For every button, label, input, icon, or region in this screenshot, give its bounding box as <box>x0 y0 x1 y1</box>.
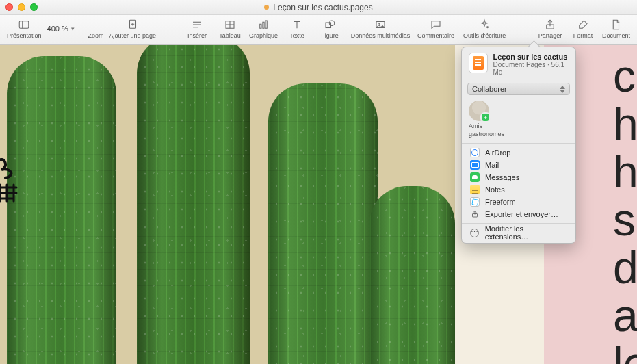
next-page-text-fragment: c h h s d a le <box>613 52 637 364</box>
share-popover: Leçon sur les cactus Document Pages · 56… <box>461 47 576 244</box>
comment-label: Commentaire <box>417 32 454 39</box>
view-button[interactable]: Présentation <box>4 18 44 39</box>
writing-tools-button[interactable]: Outils d'écriture <box>457 18 512 39</box>
insert-icon <box>191 18 203 31</box>
shape-icon <box>324 18 336 31</box>
media-label: Données multimédias <box>351 32 411 39</box>
add-page-label: Ajouter une page <box>109 32 157 39</box>
chevron-down-icon: ▾ <box>71 25 75 32</box>
document-label: Document <box>602 32 630 39</box>
cactus-segment-4 <box>369 186 455 364</box>
document-thumbnail <box>469 53 488 73</box>
zoom-window-button[interactable] <box>30 3 38 11</box>
zoom-value: 400 % <box>47 25 68 33</box>
add-page-icon <box>127 18 139 31</box>
table-button[interactable]: Tableau <box>213 18 246 39</box>
insert-button[interactable]: Insérer <box>181 18 213 39</box>
svg-rect-12 <box>263 22 264 28</box>
messages-icon <box>470 172 480 182</box>
text-label: Texte <box>289 32 304 39</box>
export-icon <box>470 209 480 219</box>
insert-label: Insérer <box>187 32 207 39</box>
table-label: Tableau <box>219 32 241 39</box>
share-export-send[interactable]: Exporter et envoyer… <box>462 208 575 220</box>
media-button[interactable]: Données multimédias <box>346 18 415 39</box>
window-controls <box>5 3 38 11</box>
popover-subtitle: Document Pages · 56,1 Mo <box>493 61 569 76</box>
zoom-menu[interactable]: 400 % ▾ <box>44 18 86 39</box>
airdrop-icon <box>470 148 480 157</box>
table-icon <box>224 18 236 31</box>
add-page-button[interactable]: Ajouter une page <box>107 18 159 39</box>
edit-extensions[interactable]: Modifier les extensions… <box>462 226 575 239</box>
format-label: Format <box>573 32 593 39</box>
close-window-button[interactable] <box>5 3 13 11</box>
share-notes[interactable]: Notes <box>462 183 575 196</box>
document-edited-indicator <box>264 5 269 10</box>
paintbrush-icon <box>577 18 589 31</box>
writing-tools-label: Outils d'écriture <box>463 32 506 39</box>
share-destinations: AirDrop Mail Messages Notes Freeform <box>462 144 575 224</box>
format-button[interactable]: Format <box>567 18 599 39</box>
share-freeform[interactable]: Freeform <box>462 196 575 208</box>
comment-icon <box>430 18 442 31</box>
chart-label: Graphique <box>249 32 278 39</box>
svg-rect-11 <box>260 24 261 28</box>
collaboration-mode-label: Collaborer <box>472 85 507 93</box>
chart-button[interactable]: Graphique <box>246 18 281 39</box>
cactus-segment-1 <box>7 56 116 364</box>
share-messages[interactable]: Messages <box>462 171 575 183</box>
document-button[interactable]: Document <box>599 18 633 39</box>
sidebar-icon <box>18 18 30 31</box>
document-icon <box>610 18 622 31</box>
popover-title: Leçon sur les cactus <box>493 53 569 61</box>
cactus-illustration[interactable] <box>0 45 455 364</box>
text-button[interactable]: Texte <box>281 18 313 39</box>
mail-icon <box>470 160 480 170</box>
collaboration-mode-dropdown[interactable]: Collaborer <box>467 83 570 95</box>
sparkle-icon <box>478 18 491 31</box>
cactus-segment-2 <box>137 45 250 364</box>
shape-label: Figure <box>321 32 339 39</box>
stepper-icon <box>560 86 565 93</box>
svg-point-20 <box>487 27 489 28</box>
svg-point-17 <box>329 21 335 26</box>
share-mail[interactable]: Mail <box>462 159 575 171</box>
share-airdrop[interactable]: AirDrop <box>462 146 575 159</box>
media-icon <box>374 18 387 31</box>
window-titlebar: Leçon sur les cactus.pages <box>0 0 637 15</box>
zoom-label: Zoom <box>88 32 104 39</box>
view-label: Présentation <box>7 32 42 39</box>
window-title: Leçon sur les cactus.pages <box>273 3 372 12</box>
svg-rect-0 <box>20 21 29 29</box>
suggested-contact-name-line2: gastronomes <box>469 131 569 138</box>
cactus-segment-3 <box>268 83 378 364</box>
share-label: Partager <box>538 32 562 39</box>
share-icon <box>544 18 556 31</box>
comment-button[interactable]: Commentaire <box>415 18 457 39</box>
suggested-contact-avatar[interactable] <box>469 101 489 121</box>
shape-button[interactable]: Figure <box>313 18 346 39</box>
pen-scribble <box>0 155 23 209</box>
suggested-contact-name-line1: Amis <box>469 122 569 129</box>
toolbar: Présentation 400 % ▾ Zoom Ajouter une pa… <box>0 15 637 45</box>
more-icon <box>470 228 480 237</box>
notes-icon <box>470 185 480 194</box>
text-icon <box>291 18 303 31</box>
freeform-icon <box>470 197 480 207</box>
zoom-label-only: Zoom <box>86 18 107 39</box>
svg-rect-13 <box>265 21 267 28</box>
share-button[interactable]: Partager <box>534 18 567 39</box>
minimize-window-button[interactable] <box>18 3 25 11</box>
chart-icon <box>257 18 270 31</box>
workspace: c h h s d a le Leçon sur <box>0 45 637 364</box>
